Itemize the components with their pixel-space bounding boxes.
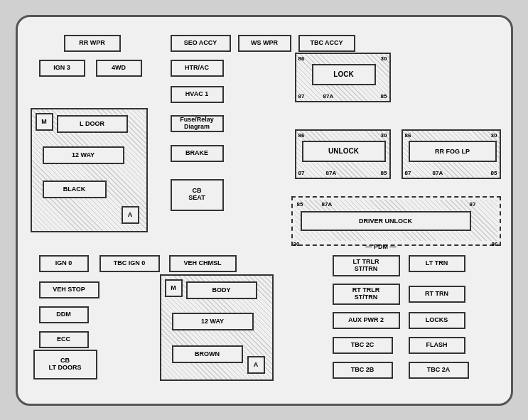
flash-box: FLASH — [409, 337, 465, 354]
body-inner: BODY — [186, 281, 257, 299]
rr-wpr-box: RR WPR — [64, 35, 121, 52]
rrfoglp-inner: RR FOG LP — [409, 141, 497, 162]
unlock-pin86: 86 — [298, 132, 305, 139]
aux-pwr2-box: AUX PWR 2 — [333, 312, 400, 329]
cb-lt-doors-box: CB LT DOORS — [33, 350, 97, 379]
hvac1-box: HVAC 1 — [171, 86, 224, 103]
seo-accy-box: SEO ACCY — [171, 35, 231, 52]
brake-box: BRAKE — [171, 145, 224, 162]
driver-unlock-relay-group: 85 87A 87 DRIVER UNLOCK — [295, 200, 497, 241]
rrfoglp-pin87: 87 — [405, 170, 411, 176]
body-a-box: A — [247, 356, 265, 374]
ldoor-black: BLACK — [43, 181, 107, 198]
htr-ac-box: HTR/AC — [171, 60, 224, 77]
unlock-relay-group: 86 30 UNLOCK 87 87A 85 — [295, 129, 391, 179]
lock-pin87a: 87A — [323, 93, 334, 99]
driver-unlock-inner: DRIVER UNLOCK — [301, 211, 471, 231]
ldoor-group: M L DOOR 12 WAY BLACK A — [31, 108, 148, 232]
rrfoglp-pin85: 85 — [491, 170, 497, 176]
ldoor-a-box: A — [122, 206, 139, 224]
lock-pin87: 87 — [298, 93, 305, 99]
ldoor-m-box: M — [36, 113, 53, 131]
body-m-box: M — [165, 279, 183, 297]
unlock-pin85: 85 — [381, 170, 387, 176]
tbc-ign0-box: TBC IGN 0 — [99, 255, 160, 272]
pdm-pin86: 86 — [492, 241, 498, 247]
4wd-box: 4WD — [96, 60, 142, 77]
pdm-pin30: 30 — [293, 241, 300, 247]
fuse-relay-diagram: RR WPR SEO ACCY WS WPR TBC ACCY IGN 3 4W… — [16, 15, 513, 406]
rrfoglp-relay-group: 86 30 RR FOG LP 87 87A 85 — [402, 129, 501, 179]
body-group: M BODY 12 WAY BROWN A — [160, 274, 274, 381]
lock-relay-group: 86 30 LOCK 87 87A 85 — [295, 53, 391, 102]
unlock-inner: UNLOCK — [302, 141, 386, 162]
du-pin87: 87 — [470, 201, 476, 208]
unlock-pin87a: 87A — [326, 170, 337, 176]
ign0-box: IGN 0 — [39, 255, 89, 272]
du-pin85: 85 — [297, 201, 303, 208]
cruise-box: Fuse/Relay Diagram — [171, 115, 224, 132]
veh-stop-box: VEH STOP — [39, 281, 99, 298]
tbc-accy-box: TBC ACCY — [298, 35, 355, 52]
unlock-pin87: 87 — [298, 170, 305, 176]
ldoor-inner: L DOOR — [57, 115, 128, 133]
tbc-2a-box: TBC 2A — [409, 362, 469, 379]
lock-pin86: 86 — [298, 55, 305, 62]
lock-pin30: 30 — [381, 55, 387, 62]
tbc-2c-box: TBC 2C — [333, 337, 393, 354]
ddm-box: DDM — [39, 306, 89, 323]
cb-seat-box: CB SEAT — [171, 179, 224, 211]
lock-pin85: 85 — [381, 93, 387, 99]
lt-trn-box: LT TRN — [409, 255, 465, 272]
veh-chmsl-box: VEH CHMSL — [169, 255, 237, 272]
ign3-box: IGN 3 — [39, 60, 85, 77]
body-brown: BROWN — [172, 345, 243, 363]
lock-inner: LOCK — [312, 64, 376, 85]
locks-box: LOCKS — [409, 312, 465, 329]
body-12way: 12 WAY — [172, 313, 254, 330]
unlock-pin30: 30 — [381, 132, 387, 139]
du-pin87a: 87A — [322, 201, 333, 208]
tbc-2b-box: TBC 2B — [333, 362, 393, 379]
rrfoglp-pin87a: 87A — [433, 170, 443, 176]
lt-trlr-sttrn-box: LT TRLR ST/TRN — [333, 255, 400, 276]
ws-wpr-box: WS WPR — [238, 35, 291, 52]
rt-trlr-sttrn-box: RT TRLR ST/TRN — [333, 284, 400, 305]
pdm-label: — PDM — — [366, 243, 397, 250]
ldoor-12way: 12 WAY — [43, 146, 124, 164]
rt-trn-box: RT TRN — [409, 286, 465, 303]
rrfoglp-pin30: 30 — [491, 132, 497, 139]
rrfoglp-pin86: 86 — [405, 132, 411, 139]
ecc-box: ECC — [39, 331, 89, 348]
